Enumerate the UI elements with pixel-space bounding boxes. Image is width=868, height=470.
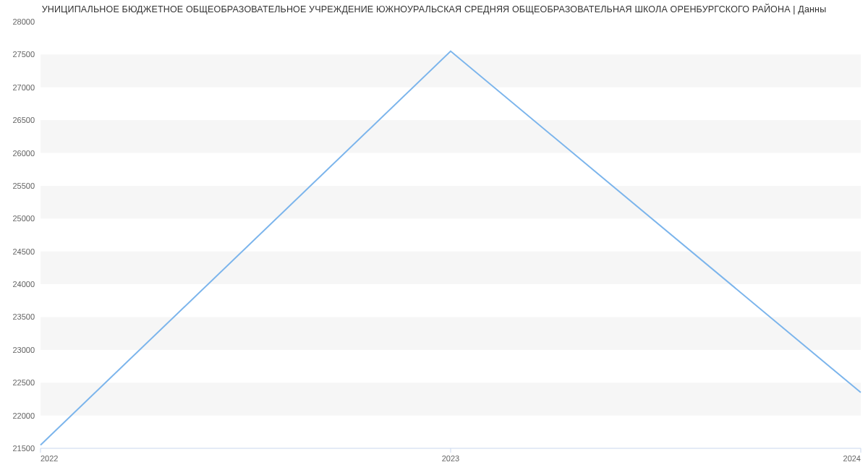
x-tick-label: 2024 [843,454,861,463]
y-tick-label: 28000 [12,19,35,26]
x-tick-label: 2022 [41,454,58,463]
y-tick-label: 22500 [12,378,35,387]
y-tick-label: 22000 [12,411,35,420]
chart-title: УНИЦИПАЛЬНОЕ БЮДЖЕТНОЕ ОБЩЕОБРАЗОВАТЕЛЬН… [0,0,868,14]
y-tick-label: 27500 [12,50,35,59]
y-tick-label: 21500 [12,444,35,453]
y-tick-label: 24000 [12,280,35,289]
grid-band [41,252,861,284]
grid-band [41,383,861,415]
grid-band [41,54,861,87]
y-tick-label: 27000 [12,83,35,92]
y-tick-label: 26000 [12,149,35,158]
y-tick-label: 23000 [12,346,35,354]
x-tick-label: 2023 [442,454,459,463]
y-tick-label: 25500 [12,181,35,190]
y-tick-label: 25000 [12,214,35,223]
y-tick-label: 23500 [12,312,35,321]
y-tick-label: 26500 [12,116,35,124]
y-tick-label: 24500 [12,247,35,256]
grid-band [41,317,861,349]
chart-area: 2150022000225002300023500240002450025000… [0,19,868,463]
grid-band [41,120,861,153]
grid-band [41,186,861,218]
